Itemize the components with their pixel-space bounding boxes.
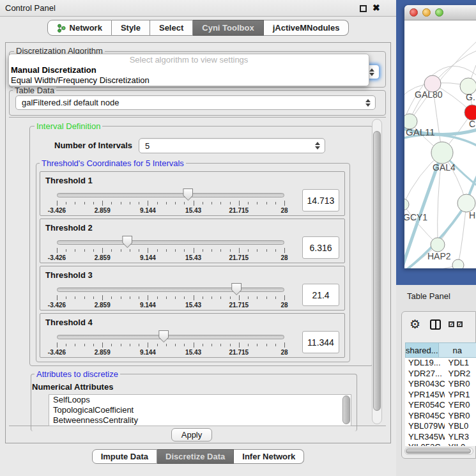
slider-thumb[interactable] xyxy=(158,330,169,342)
attribute-list-item[interactable]: TopologicalCoefficient xyxy=(49,405,351,415)
cell-name[interactable]: YLR3 xyxy=(445,432,476,443)
tab-network[interactable]: Network xyxy=(47,20,112,36)
dropdown-item-equal-width[interactable]: Equal Width/Frequency Discretization xyxy=(9,75,369,86)
tab-discretize-data[interactable]: Discretize Data xyxy=(157,449,234,464)
checkbox-icon[interactable]: ✓ xyxy=(449,321,454,327)
node-label: GCY1 xyxy=(404,212,427,222)
close-icon[interactable]: ✖ xyxy=(372,3,380,13)
table-row[interactable]: YBL079WYBL0 xyxy=(405,421,476,432)
cell-name[interactable]: YDR2 xyxy=(445,369,476,380)
tick-label: -3.426 xyxy=(48,254,66,261)
tab-cyni-toolbox[interactable]: Cyni Toolbox xyxy=(193,20,263,36)
cell-shared-name[interactable]: YDL19... xyxy=(405,358,445,369)
apply-button[interactable]: Apply xyxy=(171,428,212,441)
scrollbar-thumb[interactable] xyxy=(406,449,471,454)
network-node[interactable] xyxy=(457,194,475,212)
cell-name[interactable]: YBL0 xyxy=(445,421,476,432)
tick-label: 15.43 xyxy=(185,254,201,261)
table-panel-title: Table Panel xyxy=(407,291,450,301)
tab-select[interactable]: Select xyxy=(150,20,193,36)
cell-shared-name[interactable]: YBR045C xyxy=(405,411,445,422)
table-data-combobox[interactable]: galFiltered.sif default node xyxy=(15,95,376,110)
table-row[interactable]: YPR145WYPR1 xyxy=(405,390,476,401)
numerical-attributes-list[interactable]: SelfLoopsTopologicalCoefficientBetweenne… xyxy=(49,394,351,426)
table-row[interactable]: YDL19...YDL1 xyxy=(405,358,476,369)
split-columns-icon[interactable] xyxy=(430,319,441,330)
minimize-traffic-light-icon[interactable] xyxy=(422,8,431,17)
table-row[interactable]: YER054CYER0 xyxy=(405,400,476,411)
network-view-window[interactable]: GAL80G.CGAL11GAL4GCY1HHAP2 xyxy=(404,5,476,268)
node-label: GAL4 xyxy=(433,162,456,173)
tab-impute-data[interactable]: Impute Data xyxy=(92,449,157,464)
combo-arrows-icon xyxy=(365,99,370,107)
table-row[interactable]: YBR045CYBR0 xyxy=(405,411,476,422)
slider-tick-labels: -3.4262.8599.14415.4321.71528 xyxy=(57,349,284,357)
checkbox-icon[interactable]: ✓ xyxy=(457,321,463,327)
network-node[interactable] xyxy=(431,142,453,164)
cell-shared-name[interactable]: YLR345W xyxy=(405,432,445,443)
attributes-list-scrollbar[interactable] xyxy=(342,395,350,424)
slider-thumb[interactable] xyxy=(231,283,242,295)
table-row[interactable]: YDR27...YDR2 xyxy=(405,369,476,380)
node-label: HAP2 xyxy=(427,251,451,261)
slider-track[interactable] xyxy=(57,288,284,292)
column-header-name[interactable]: na xyxy=(439,342,476,358)
threshold-2-value[interactable]: 6.316 xyxy=(302,236,339,259)
slider-thumb[interactable] xyxy=(183,188,193,201)
settings-vertical-scrollbar[interactable] xyxy=(372,119,382,424)
tick-label: 9.144 xyxy=(140,254,156,261)
number-of-intervals-combobox[interactable]: 5 xyxy=(139,138,325,153)
slider-thumb[interactable] xyxy=(122,236,132,248)
combo-arrows-icon xyxy=(369,68,374,76)
cell-name[interactable]: YPR1 xyxy=(445,390,476,401)
float-window-icon[interactable] xyxy=(360,5,367,12)
slider-track[interactable] xyxy=(57,240,284,245)
network-window-titlebar[interactable] xyxy=(404,5,476,20)
cell-name[interactable]: YDL1 xyxy=(445,358,476,369)
attribute-list-item[interactable]: BetweennessCentrality xyxy=(49,415,351,426)
node-label: H xyxy=(469,210,475,220)
threshold-3-value[interactable]: 21.4 xyxy=(302,284,339,306)
dropdown-item-manual-discretization[interactable]: Manual Discretization xyxy=(9,65,369,75)
cell-shared-name[interactable]: YBL079W xyxy=(405,421,445,432)
tab-jactivemnodules[interactable]: jActiveMNodules xyxy=(264,20,349,36)
tick-label: 28 xyxy=(280,302,288,309)
slider-ticks xyxy=(57,295,284,300)
table-row[interactable]: YIL052CYIL0 xyxy=(405,442,476,446)
slider-track[interactable] xyxy=(57,335,284,339)
cell-name[interactable]: YER0 xyxy=(445,400,476,411)
table-row[interactable]: YLR345WYLR3 xyxy=(405,432,476,443)
tab-infer-network[interactable]: Infer Network xyxy=(234,449,304,464)
table-row[interactable]: YBR043CYBR0 xyxy=(405,379,476,390)
column-header-shared-name[interactable]: shared... xyxy=(405,342,439,358)
tab-style[interactable]: Style xyxy=(112,20,150,36)
close-traffic-light-icon[interactable] xyxy=(410,8,418,17)
dropdown-placeholder-item[interactable]: Select algorithm to view settings xyxy=(9,54,369,65)
cell-shared-name[interactable]: YER054C xyxy=(405,400,445,411)
slider-track[interactable] xyxy=(57,193,284,197)
threshold-3-panel: Threshold 3 -3.4262.8599.14415.4321.7152… xyxy=(40,266,345,311)
threshold-4-value[interactable]: 11.344 xyxy=(302,331,339,353)
gear-icon[interactable]: ⚙ xyxy=(410,318,420,330)
attribute-list-item[interactable]: SelfLoops xyxy=(49,395,351,405)
table-horizontal-scrollbar[interactable] xyxy=(404,447,473,455)
cell-shared-name[interactable]: YPR145W xyxy=(405,390,445,401)
tick-label: 2.859 xyxy=(95,349,111,356)
cell-name[interactable]: YIL0 xyxy=(445,442,476,446)
network-node[interactable] xyxy=(404,199,409,210)
scrollbar-thumb[interactable] xyxy=(373,131,381,411)
cell-shared-name[interactable]: YIL052C xyxy=(405,442,445,446)
network-node[interactable] xyxy=(431,238,445,252)
zoom-traffic-light-icon[interactable] xyxy=(435,8,443,17)
cell-shared-name[interactable]: YDR27... xyxy=(405,369,445,380)
network-canvas[interactable]: GAL80G.CGAL11GAL4GCY1HHAP2 xyxy=(404,20,476,268)
cell-name[interactable]: YBR0 xyxy=(445,411,476,422)
tick-label: 28 xyxy=(280,349,288,356)
tick-label: 21.715 xyxy=(229,254,249,261)
tab-style-label: Style xyxy=(121,20,141,35)
network-node[interactable] xyxy=(452,259,464,268)
cell-shared-name[interactable]: YBR043C xyxy=(405,379,445,390)
cell-name[interactable]: YBR0 xyxy=(445,379,476,390)
tick-label: 21.715 xyxy=(229,207,249,214)
threshold-1-value[interactable]: 14.713 xyxy=(302,189,339,211)
